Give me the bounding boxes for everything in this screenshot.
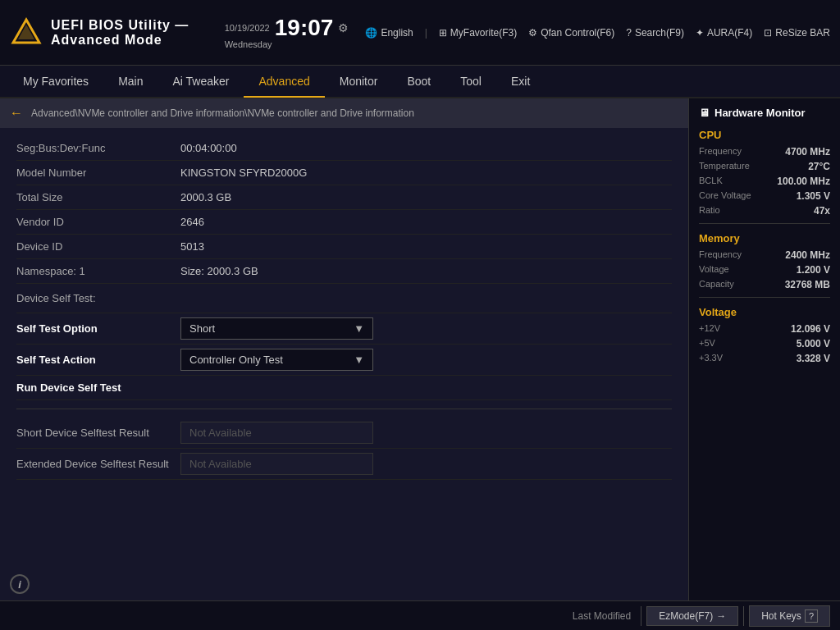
settings-icon[interactable]: ⚙: [338, 21, 349, 34]
short-result-text: Not Available: [189, 427, 252, 439]
hw-volt-33v-row: +3.3V 3.328 V: [699, 353, 830, 364]
hw-cpu-corevolt-row: Core Voltage 1.305 V: [699, 190, 830, 202]
hw-cpu-bclk-val: 100.00 MHz: [777, 176, 830, 187]
dropdown-arrow-2-icon: ▼: [354, 354, 364, 366]
logo-area: [10, 16, 43, 49]
hw-volt-12v-val: 12.096 V: [791, 323, 830, 335]
info-icon-area: i: [0, 568, 688, 600]
vendorid-value: 2646: [180, 216, 672, 228]
hot-keys-button[interactable]: Hot Keys ?: [749, 605, 830, 627]
footer: Last Modified EzMode(F7) → Hot Keys ?: [0, 600, 840, 630]
toolbar-qfan[interactable]: ⚙ Qfan Control(F6): [528, 27, 614, 39]
header: UEFI BIOS Utility — Advanced Mode 10/19/…: [0, 0, 840, 66]
nav-advanced[interactable]: Advanced: [244, 66, 324, 98]
hw-mem-volt-val: 1.200 V: [797, 264, 830, 276]
nav-boot[interactable]: Boot: [392, 66, 445, 97]
table-row: Total Size 2000.3 GB: [16, 185, 672, 210]
fan-icon: ⚙: [528, 27, 537, 39]
app-title: UEFI BIOS Utility — Advanced Mode: [51, 18, 217, 48]
day-text: Wednesday: [225, 39, 272, 49]
run-selftest-row: Run Device Self Test: [16, 376, 672, 400]
hw-mem-volt-key: Voltage: [699, 264, 729, 276]
hw-cpu-corevolt-key: Core Voltage: [699, 190, 751, 202]
self-test-action-label: Self Test Action: [16, 354, 180, 366]
section-divider: [16, 409, 672, 409]
selftest-header-label: Device Self Test:: [16, 288, 180, 308]
nav-exit[interactable]: Exit: [496, 66, 545, 97]
toolbar-aura[interactable]: ✦ AURA(F4): [696, 27, 752, 39]
self-test-action-dropdown[interactable]: Controller Only Test ▼: [180, 349, 373, 371]
run-selftest-label[interactable]: Run Device Self Test: [16, 381, 180, 394]
toolbar-search[interactable]: ? Search(F9): [626, 27, 684, 39]
hw-volt-5v-key: +5V: [699, 338, 715, 349]
table-row: Vendor ID 2646: [16, 210, 672, 235]
vendorid-label: Vendor ID: [16, 216, 180, 228]
self-test-option-dropdown[interactable]: Short ▼: [180, 317, 373, 340]
hw-cpu-ratio-key: Ratio: [699, 205, 720, 217]
totalsize-label: Total Size: [16, 191, 180, 203]
table-row: Model Number KINGSTON SFYRD2000G: [16, 161, 672, 185]
nav-tool[interactable]: Tool: [445, 66, 496, 97]
toolbar-resize[interactable]: ⊡ ReSize BAR: [764, 27, 830, 39]
totalsize-value: 2000.3 GB: [180, 191, 672, 203]
hw-mem-cap-row: Capacity 32768 MB: [699, 279, 830, 290]
nav-monitor[interactable]: Monitor: [325, 66, 393, 97]
table-row: Namespace: 1 Size: 2000.3 GB: [16, 259, 672, 284]
breadcrumb-back-button[interactable]: ←: [10, 106, 23, 121]
hw-monitor-label: Hardware Monitor: [714, 107, 806, 119]
toolbar-language[interactable]: 🌐 English: [365, 27, 413, 39]
deviceid-value: 5013: [180, 240, 672, 253]
hw-cpu-bclk-key: BCLK: [699, 176, 723, 187]
nav-main[interactable]: Main: [103, 66, 158, 97]
hw-mem-freq-val: 2400 MHz: [785, 249, 830, 261]
hw-mem-cap-key: Capacity: [699, 279, 734, 290]
datetime-area: 10/19/2022 19:07 ⚙ Wednesday: [225, 16, 349, 49]
seg-value: 00:04:00:00: [180, 142, 672, 154]
hw-voltage-section-title: Voltage: [699, 306, 830, 318]
seg-label: Seg:Bus:Dev:Func: [16, 142, 180, 154]
hw-divider-2: [699, 297, 830, 298]
main-nav: My Favorites Main Ai Tweaker Advanced Mo…: [0, 66, 840, 98]
hw-volt-33v-key: +3.3V: [699, 353, 723, 364]
hw-mem-freq-row: Frequency 2400 MHz: [699, 249, 830, 261]
short-result-value: Not Available: [180, 422, 373, 444]
nav-ai-tweaker[interactable]: Ai Tweaker: [158, 66, 244, 97]
breadcrumb-path: Advanced\NVMe controller and Drive infor…: [31, 107, 414, 119]
myfavorite-label: MyFavorite(F3): [450, 27, 517, 39]
search-label: Search(F9): [635, 27, 684, 39]
hw-cpu-ratio-val: 47x: [814, 205, 830, 217]
hw-cpu-freq-val: 4700 MHz: [785, 146, 830, 158]
last-modified-label: Last Modified: [573, 610, 631, 622]
self-test-option-row: Self Test Option Short ▼: [16, 313, 672, 345]
namespace-label: Namespace: 1: [16, 265, 180, 277]
toolbar-myfavorite[interactable]: ⊞ MyFavorite(F3): [439, 27, 517, 39]
ez-mode-button[interactable]: EzMode(F7) →: [646, 606, 738, 626]
model-label: Model Number: [16, 167, 180, 179]
short-result-label: Short Device Selftest Result: [16, 427, 180, 439]
extended-result-label: Extended Device Selftest Result: [16, 458, 180, 470]
hw-mem-volt-row: Voltage 1.200 V: [699, 264, 830, 276]
title-area: UEFI BIOS Utility — Advanced Mode: [51, 18, 217, 48]
main-layout: ← Advanced\NVMe controller and Drive inf…: [0, 98, 840, 600]
qfan-label: Qfan Control(F6): [541, 27, 614, 39]
aura-label: AURA(F4): [707, 27, 752, 39]
model-value: KINGSTON SFYRD2000G: [180, 167, 672, 179]
toolbar: 🌐 English | ⊞ MyFavorite(F3) ⚙ Qfan Cont…: [365, 27, 830, 39]
namespace-value: Size: 2000.3 GB: [180, 265, 672, 277]
toolbar-sep-1: |: [425, 27, 427, 39]
nav-my-favorites[interactable]: My Favorites: [8, 66, 103, 97]
date-text: 10/19/2022: [225, 23, 270, 33]
info-table: Seg:Bus:Dev:Func 00:04:00:00 Model Numbe…: [0, 128, 688, 568]
resize-label: ReSize BAR: [775, 27, 830, 39]
hw-cpu-freq-key: Frequency: [699, 146, 742, 158]
deviceid-label: Device ID: [16, 240, 180, 253]
hw-monitor-title: 🖥 Hardware Monitor: [699, 107, 830, 119]
info-circle-icon: i: [10, 574, 30, 594]
favorite-icon: ⊞: [439, 27, 447, 39]
selftest-header-row: Device Self Test:: [16, 284, 672, 313]
ez-mode-label: EzMode(F7): [659, 610, 713, 622]
extended-result-value: Not Available: [180, 453, 373, 475]
globe-icon: 🌐: [365, 27, 377, 39]
hw-mem-cap-val: 32768 MB: [785, 279, 830, 290]
hw-cpu-corevolt-val: 1.305 V: [797, 190, 830, 202]
